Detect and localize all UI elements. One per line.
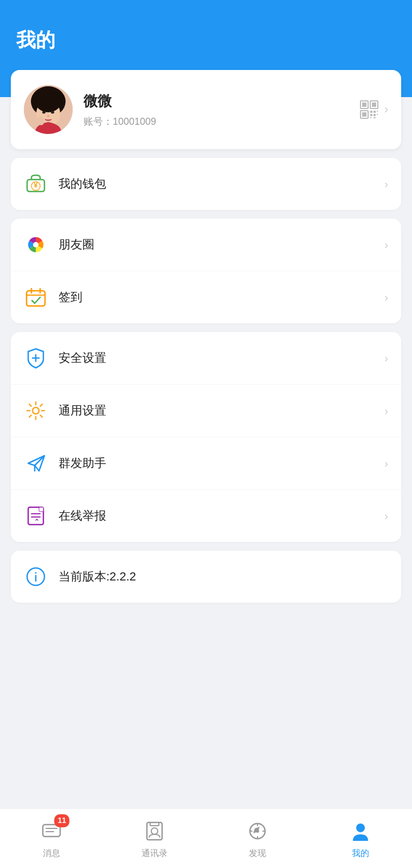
svg-point-64	[356, 824, 365, 832]
info-icon	[24, 565, 48, 589]
checkin-item[interactable]: 签到 ›	[11, 271, 401, 323]
svg-point-34	[33, 407, 39, 414]
version-label: 当前版本:2.2.2	[59, 569, 388, 585]
svg-point-5	[53, 93, 63, 101]
general-settings-icon	[24, 399, 48, 423]
account-label: 账号：	[83, 116, 113, 127]
svg-rect-18	[370, 114, 372, 116]
svg-rect-21	[377, 114, 378, 115]
contacts-icon-wrap	[141, 818, 168, 845]
moments-label: 朋友圈	[59, 237, 384, 253]
profile-chevron: ›	[384, 103, 388, 117]
report-label: 在线举报	[59, 508, 384, 524]
version-item: 当前版本:2.2.2	[11, 551, 401, 603]
svg-line-42	[29, 415, 31, 417]
svg-rect-46	[39, 507, 43, 512]
svg-point-27	[33, 242, 38, 247]
broadcast-icon	[24, 451, 48, 475]
svg-rect-28	[27, 291, 45, 306]
moments-chevron: ›	[384, 239, 388, 251]
qr-icon[interactable]	[359, 100, 379, 119]
svg-rect-17	[374, 111, 376, 113]
checkin-chevron: ›	[384, 291, 388, 304]
general-settings-label: 通用设置	[59, 403, 384, 419]
message-badge: 11	[54, 814, 69, 827]
message-icon-wrap: 11	[38, 818, 65, 845]
svg-rect-22	[370, 117, 371, 118]
discover-label: 发现	[249, 848, 266, 859]
avatar	[24, 85, 73, 134]
wallet-item[interactable]: ¥ 我的钱包 ›	[11, 158, 401, 210]
svg-line-41	[40, 404, 42, 406]
messages-label: 消息	[43, 848, 60, 859]
wallet-section: ¥ 我的钱包 ›	[11, 158, 401, 210]
account-number: 10001009	[113, 116, 156, 127]
general-settings-item[interactable]: 通用设置 ›	[11, 385, 401, 437]
moments-icon	[24, 233, 48, 257]
security-icon	[24, 346, 48, 370]
mine-label: 我的	[352, 848, 369, 859]
bottom-nav: 11 消息 通讯录 发现	[0, 808, 412, 868]
profile-info: 微微 账号：10001009	[83, 92, 359, 128]
discover-icon-wrap	[244, 818, 271, 845]
svg-rect-15	[362, 112, 366, 117]
mine-icon-wrap	[347, 818, 374, 845]
version-section: 当前版本:2.2.2	[11, 551, 401, 603]
wallet-chevron: ›	[384, 178, 388, 190]
svg-rect-16	[370, 111, 372, 113]
moments-item[interactable]: 朋友圈 ›	[11, 219, 401, 271]
security-chevron: ›	[384, 352, 388, 365]
checkin-icon	[24, 285, 48, 309]
discover-icon	[247, 820, 268, 842]
broadcast-item[interactable]: 群发助手 ›	[11, 437, 401, 490]
social-section: 朋友圈 › 签到 ›	[11, 219, 401, 323]
settings-section: 安全设置 › 通用设置 ›	[11, 332, 401, 542]
nav-contacts[interactable]: 通讯录	[141, 818, 168, 859]
report-chevron: ›	[384, 510, 388, 522]
svg-line-40	[40, 415, 42, 417]
broadcast-chevron: ›	[384, 457, 388, 470]
nav-discover[interactable]: 发现	[244, 818, 271, 859]
contacts-icon	[144, 820, 165, 842]
profile-name: 微微	[83, 92, 359, 111]
security-label: 安全设置	[59, 350, 384, 366]
broadcast-label: 群发助手	[59, 455, 384, 471]
svg-rect-20	[377, 111, 378, 112]
svg-point-51	[35, 572, 37, 574]
profile-actions: ›	[359, 100, 388, 119]
svg-rect-56	[150, 822, 159, 826]
report-icon	[24, 504, 48, 528]
svg-rect-13	[372, 103, 376, 107]
svg-rect-11	[362, 103, 366, 107]
contacts-label: 通讯录	[141, 848, 168, 859]
page-title: 我的	[16, 27, 396, 54]
svg-line-39	[29, 404, 31, 406]
security-item[interactable]: 安全设置 ›	[11, 332, 401, 385]
general-settings-chevron: ›	[384, 405, 388, 417]
svg-point-8	[47, 116, 49, 117]
wallet-label: 我的钱包	[59, 176, 384, 192]
nav-messages[interactable]: 11 消息	[38, 818, 65, 859]
checkin-label: 签到	[59, 289, 384, 305]
wallet-icon: ¥	[24, 172, 48, 196]
svg-point-7	[51, 111, 54, 114]
report-item[interactable]: 在线举报 ›	[11, 490, 401, 542]
svg-rect-23	[374, 117, 376, 118]
nav-mine[interactable]: 我的	[347, 818, 374, 859]
profile-account: 账号：10001009	[83, 115, 359, 128]
profile-card[interactable]: 微微 账号：10001009 ›	[11, 70, 401, 149]
mine-icon	[350, 820, 371, 842]
avatar-image	[24, 85, 73, 134]
svg-point-57	[151, 828, 158, 834]
svg-point-6	[42, 111, 46, 114]
svg-rect-19	[374, 114, 376, 116]
